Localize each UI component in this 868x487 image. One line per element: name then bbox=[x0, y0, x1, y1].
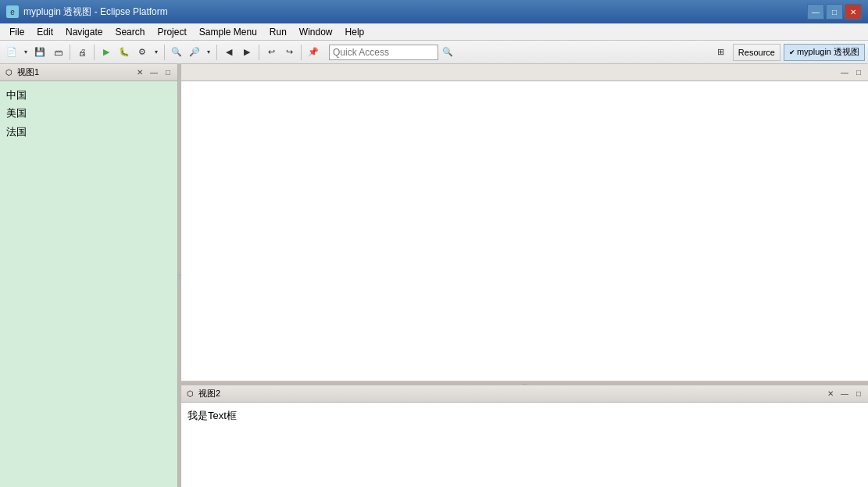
search-button[interactable]: 🔍 bbox=[168, 44, 185, 61]
view1-maximize-button[interactable]: □ bbox=[162, 67, 174, 78]
editor-header: — □ bbox=[181, 64, 868, 81]
menu-project[interactable]: Project bbox=[151, 25, 192, 39]
minimize-button[interactable]: — bbox=[807, 4, 824, 20]
menu-bar: File Edit Navigate Search Project Sample… bbox=[0, 23, 868, 41]
print-button[interactable]: 🖨 bbox=[73, 44, 91, 61]
list-item-france[interactable]: 法国 bbox=[6, 123, 171, 141]
quick-access-input[interactable] bbox=[329, 45, 438, 60]
menu-sample[interactable]: Sample Menu bbox=[193, 25, 263, 39]
back-button[interactable]: ◀ bbox=[220, 44, 238, 61]
view2-header: ⬡ 视图2 ✕ — □ bbox=[181, 385, 868, 403]
menu-file[interactable]: File bbox=[3, 25, 30, 39]
menu-run[interactable]: Run bbox=[263, 25, 293, 39]
separator-3 bbox=[164, 45, 165, 60]
main-area: ⬡ 视图1 ✕ — □ 中国 美国 法国 ⋮ bbox=[0, 64, 868, 487]
view2-panel: ⬡ 视图2 ✕ — □ 我是Text框 bbox=[181, 385, 868, 487]
debug-button[interactable]: 🐛 bbox=[116, 44, 133, 61]
view2-maximize-button[interactable]: □ bbox=[852, 389, 865, 399]
new-button[interactable]: 📄 bbox=[3, 44, 20, 61]
editor-controls: — □ bbox=[838, 67, 865, 78]
separator-5 bbox=[259, 45, 259, 60]
editor-area: — □ bbox=[181, 64, 868, 382]
menu-window[interactable]: Window bbox=[293, 25, 339, 39]
view1-close-button[interactable]: ✕ bbox=[134, 67, 146, 78]
view1-icon: ⬡ bbox=[3, 67, 14, 78]
view1-title: 视图1 bbox=[17, 66, 130, 78]
ext-tool-button[interactable]: ⚙ bbox=[134, 44, 151, 61]
separator-1 bbox=[70, 45, 70, 60]
view1-content: 中国 美国 法国 bbox=[0, 81, 177, 487]
menu-help[interactable]: Help bbox=[339, 25, 371, 39]
app-icon: e bbox=[6, 5, 19, 18]
open-perspective-button[interactable]: ⊞ bbox=[713, 44, 730, 61]
forward-button[interactable]: ▶ bbox=[238, 44, 255, 61]
close-button[interactable]: ✕ bbox=[845, 4, 862, 20]
next-edit-button[interactable]: ↪ bbox=[280, 44, 298, 61]
view2-content: 我是Text框 bbox=[181, 403, 868, 487]
save-button[interactable]: 💾 bbox=[31, 44, 48, 61]
menu-navigate[interactable]: Navigate bbox=[59, 25, 109, 39]
left-panel: ⬡ 视图1 ✕ — □ 中国 美国 法国 bbox=[0, 64, 178, 487]
editor-minimize-button[interactable]: — bbox=[838, 67, 851, 78]
view2-text: 我是Text框 bbox=[188, 410, 237, 421]
window-title: myplugin 透视图 - Eclipse Platform bbox=[23, 5, 802, 19]
prev-edit-button[interactable]: ↩ bbox=[263, 44, 280, 61]
view2-minimize-button[interactable]: — bbox=[838, 389, 851, 399]
separator-2 bbox=[94, 45, 95, 60]
right-panel: — □ ··· ⬡ 视图2 ✕ — □ bbox=[181, 64, 868, 487]
workspace: ⬡ 视图1 ✕ — □ 中国 美国 法国 ⋮ bbox=[0, 64, 868, 487]
perspective-area: ⊞ Resource ✔myplugin 透视图 bbox=[713, 44, 865, 61]
myplugin-perspective-label: myplugin 透视图 bbox=[797, 46, 859, 58]
list-item-china[interactable]: 中国 bbox=[6, 86, 171, 104]
view1-controls: ✕ — □ bbox=[134, 67, 174, 78]
window-controls: — □ ✕ bbox=[807, 4, 862, 20]
myplugin-perspective[interactable]: ✔myplugin 透视图 bbox=[784, 44, 865, 61]
menu-edit[interactable]: Edit bbox=[30, 25, 59, 39]
view1-header: ⬡ 视图1 ✕ — □ bbox=[0, 64, 177, 81]
editor-maximize-button[interactable]: □ bbox=[852, 67, 865, 78]
pin-button[interactable]: 📌 bbox=[305, 44, 322, 61]
list-item-usa[interactable]: 美国 bbox=[6, 104, 171, 122]
separator-6 bbox=[301, 45, 302, 60]
run-button[interactable]: ▶ bbox=[98, 44, 115, 61]
new-dropdown[interactable]: ▾ bbox=[21, 44, 30, 61]
ext-tool-dropdown[interactable]: ▾ bbox=[152, 44, 161, 61]
toolbar: 📄 ▾ 💾 🗃 🖨 ▶ 🐛 ⚙ ▾ 🔍 🔎 ▾ ◀ ▶ ↩ ↪ 📌 🔍 ⊞ Re… bbox=[0, 41, 868, 64]
separator-4 bbox=[216, 45, 217, 60]
view2-icon: ⬡ bbox=[184, 389, 195, 399]
quick-access-search-icon: 🔍 bbox=[439, 44, 456, 61]
title-bar: e myplugin 透视图 - Eclipse Platform — □ ✕ bbox=[0, 0, 868, 23]
maximize-button[interactable]: □ bbox=[826, 4, 843, 20]
save-all-button[interactable]: 🗃 bbox=[49, 44, 66, 61]
resource-perspective[interactable]: Resource bbox=[733, 44, 780, 61]
menu-search[interactable]: Search bbox=[109, 25, 151, 39]
view1-minimize-button[interactable]: — bbox=[148, 67, 160, 78]
search-dropdown[interactable]: ▾ bbox=[204, 44, 213, 61]
view2-close-button[interactable]: ✕ bbox=[824, 389, 837, 399]
view2-title: 视图2 bbox=[198, 388, 821, 399]
search2-button[interactable]: 🔎 bbox=[186, 44, 203, 61]
view2-controls: ✕ — □ bbox=[824, 389, 865, 399]
